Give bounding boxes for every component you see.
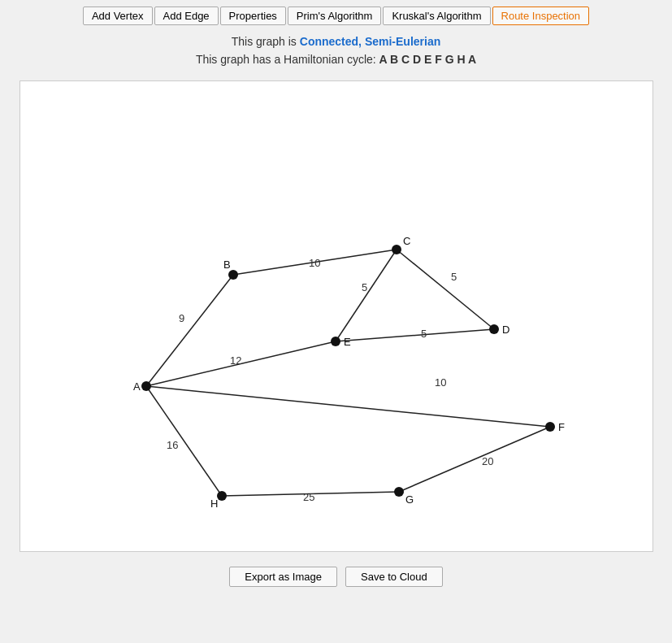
prims-button[interactable]: Prim's Algorithm (288, 7, 382, 25)
hamiltonian-cycle: A B C D E F G H A (379, 53, 477, 66)
bottom-bar: Export as Image Save to Cloud (229, 567, 442, 602)
edge-label-F-G: 20 (482, 455, 493, 467)
vertex-label-G: G (405, 493, 414, 506)
edge-label-A-H: 16 (167, 439, 178, 451)
kruskals-button[interactable]: Kruskal's Algorithm (383, 7, 490, 25)
graph-status-line: This graph is Connected, Semi-Eulerian (196, 35, 476, 48)
vertex-A[interactable] (141, 381, 151, 391)
vertex-D[interactable] (489, 324, 499, 334)
edge-A-F (146, 386, 550, 427)
vertex-label-B: B (223, 259, 231, 271)
edge-label-A-F: 10 (435, 376, 446, 389)
edge-label-B-C: 10 (309, 257, 320, 269)
vertex-label-F: F (558, 421, 565, 433)
vertex-E[interactable] (331, 337, 340, 346)
vertex-C[interactable] (392, 245, 401, 254)
add-vertex-button[interactable]: Add Vertex (83, 7, 153, 25)
edge-label-A-B: 9 (179, 312, 184, 324)
export-image-button[interactable]: Export as Image (229, 567, 337, 587)
toolbar: Add VertexAdd EdgePropertiesPrim's Algor… (0, 0, 672, 30)
add-edge-button[interactable]: Add Edge (154, 7, 219, 25)
edge-A-H (146, 386, 222, 496)
hamiltonian-prefix: This graph has a Hamiltonian cycle: (196, 53, 379, 66)
edge-F-G (399, 427, 550, 492)
graph-svg: 9105551210162520ABCDEFGH (20, 81, 653, 552)
vertex-label-H: H (210, 497, 218, 510)
status-bold: Connected, Semi-Eulerian (300, 35, 440, 48)
save-cloud-button[interactable]: Save to Cloud (345, 567, 443, 587)
vertex-label-A: A (133, 380, 141, 393)
graph-area: 9105551210162520ABCDEFGH (20, 80, 653, 552)
vertex-label-C: C (403, 235, 410, 247)
vertex-G[interactable] (394, 487, 404, 497)
edge-label-C-D: 5 (451, 271, 457, 283)
hamiltonian-line: This graph has a Hamiltonian cycle: A B … (196, 53, 476, 66)
edge-C-E (336, 250, 397, 341)
edge-D-E (336, 329, 494, 341)
edge-label-H-G: 25 (303, 491, 314, 503)
edge-A-B (146, 275, 233, 386)
vertex-B[interactable] (228, 270, 238, 280)
status-prefix: This graph is (232, 35, 300, 48)
properties-button[interactable]: Properties (220, 7, 286, 25)
vertex-H[interactable] (217, 491, 227, 501)
vertex-label-D: D (502, 324, 509, 336)
edge-label-C-E: 5 (362, 281, 367, 293)
edge-C-D (397, 250, 494, 329)
edge-label-D-E: 5 (421, 328, 427, 340)
vertex-label-E: E (344, 336, 351, 348)
vertex-F[interactable] (545, 422, 555, 432)
edge-label-A-E: 12 (230, 354, 241, 367)
route-inspection-button[interactable]: Route Inspection (492, 7, 590, 25)
info-area: This graph is Connected, Semi-Eulerian T… (196, 35, 476, 66)
